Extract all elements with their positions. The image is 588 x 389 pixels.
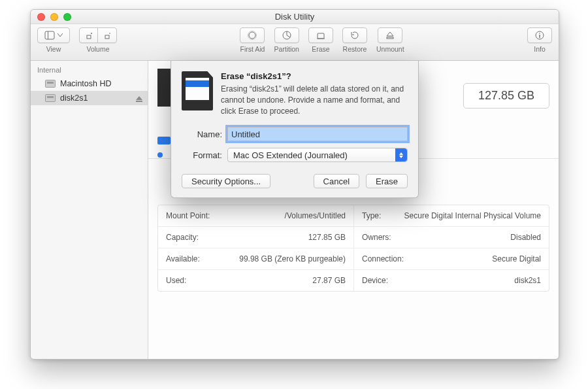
sheet-title: Erase “disk2s1”?	[221, 71, 408, 81]
select-caret-icon	[395, 148, 407, 161]
name-label: Name:	[182, 129, 227, 139]
modal-overlay: Erase “disk2s1”? Erasing “disk2s1” will …	[31, 10, 559, 359]
cancel-button[interactable]: Cancel	[314, 174, 359, 188]
disk-utility-window: Disk Utility View Volume Fir	[30, 9, 559, 360]
erase-button[interactable]: Erase	[366, 174, 408, 188]
name-input[interactable]	[227, 127, 408, 141]
erase-sheet: Erase “disk2s1”? Erasing “disk2s1” will …	[171, 61, 419, 198]
format-select[interactable]: Mac OS Extended (Journaled)	[227, 148, 408, 162]
security-options-button[interactable]: Security Options...	[182, 174, 270, 188]
sheet-body: Erasing “disk2s1” will delete all data s…	[221, 84, 408, 116]
format-select-value: Mac OS Extended (Journaled)	[233, 150, 348, 160]
format-label: Format:	[182, 150, 227, 160]
sd-card-icon	[182, 71, 213, 110]
